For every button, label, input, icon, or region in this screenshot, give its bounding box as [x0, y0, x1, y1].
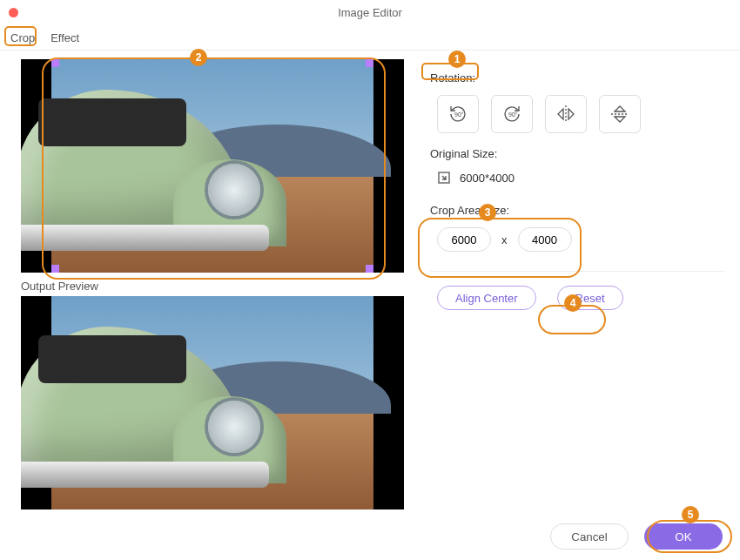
crop-area-size-label: Crop Area Size:: [430, 204, 724, 217]
ok-button[interactable]: OK: [644, 523, 723, 550]
output-preview-label: Output Preview: [21, 280, 404, 293]
source-image: [51, 59, 373, 273]
close-icon[interactable]: [9, 8, 18, 17]
reset-button[interactable]: Reset: [557, 286, 623, 310]
align-center-button[interactable]: Align Center: [437, 286, 536, 310]
crop-handle-tr[interactable]: [366, 59, 373, 67]
rotation-label: Rotation:: [430, 71, 724, 84]
tab-effect[interactable]: Effect: [49, 28, 81, 50]
crop-handle-bl[interactable]: [51, 265, 59, 273]
flip-horizontal-icon: [555, 103, 577, 125]
tab-crop[interactable]: Crop: [9, 28, 37, 50]
footer: Cancel OK: [550, 523, 723, 550]
svg-text:90°: 90°: [508, 111, 518, 118]
crop-handle-br[interactable]: [366, 265, 373, 273]
original-size-value: 6000*4000: [460, 172, 515, 185]
rotate-ccw-icon: 90°: [447, 103, 469, 125]
rotate-ccw-button[interactable]: 90°: [437, 95, 479, 133]
crop-width-input[interactable]: [437, 227, 491, 252]
window-title: Image Editor: [338, 6, 402, 19]
flip-horizontal-button[interactable]: [545, 95, 587, 133]
flip-vertical-icon: [609, 103, 631, 125]
crop-canvas[interactable]: [21, 59, 404, 273]
titlebar: Image Editor: [0, 0, 740, 24]
output-preview: [21, 296, 404, 509]
svg-text:90°: 90°: [454, 111, 464, 118]
crop-height-input[interactable]: [518, 227, 572, 252]
original-size-label: Original Size:: [430, 147, 724, 160]
divider: [430, 271, 724, 272]
rotate-cw-icon: 90°: [501, 103, 523, 125]
expand-icon: [437, 171, 451, 185]
flip-vertical-button[interactable]: [599, 95, 641, 133]
crop-x-label: x: [501, 233, 508, 246]
crop-handle-tl[interactable]: [51, 59, 59, 67]
tabs: Crop Effect: [0, 24, 740, 51]
rotate-cw-button[interactable]: 90°: [491, 95, 533, 133]
cancel-button[interactable]: Cancel: [550, 523, 629, 550]
